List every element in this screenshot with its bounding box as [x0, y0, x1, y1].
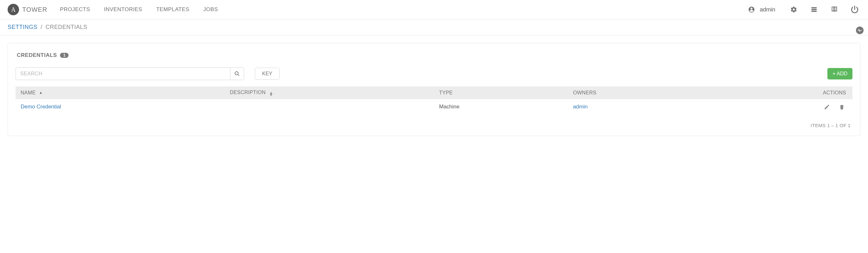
- panel-header: CREDENTIALS 1: [16, 52, 852, 58]
- col-actions: ACTIONS: [735, 86, 852, 99]
- svg-rect-0: [811, 7, 817, 8]
- col-description[interactable]: DESCRIPTION ▲▼: [225, 86, 434, 99]
- credential-description: [225, 99, 434, 114]
- panel-title: CREDENTIALS: [17, 52, 57, 58]
- nav-links: PROJECTS INVENTORIES TEMPLATES JOBS: [60, 6, 218, 13]
- col-type[interactable]: TYPE: [434, 86, 568, 99]
- pencil-icon[interactable]: [824, 104, 830, 110]
- key-button[interactable]: KEY: [255, 68, 280, 80]
- credential-owner-link[interactable]: admin: [573, 104, 587, 110]
- row-actions: [740, 104, 847, 110]
- search-icon: [234, 71, 240, 77]
- col-name-label: NAME: [21, 90, 35, 95]
- sort-both-icon: ▲▼: [269, 91, 273, 96]
- nav-templates[interactable]: TEMPLATES: [156, 6, 189, 13]
- table-header-row: NAME ▲ DESCRIPTION ▲▼ TYPE OWNERS ACTION…: [16, 86, 852, 99]
- user-icon: [746, 6, 757, 13]
- breadcrumb-sep: /: [41, 24, 42, 30]
- power-icon[interactable]: [849, 5, 860, 14]
- docs-icon[interactable]: [829, 6, 840, 13]
- activity-stream-icon[interactable]: [856, 26, 864, 34]
- search-input[interactable]: [16, 67, 230, 80]
- credentials-panel: CREDENTIALS 1 KEY + ADD NAME ▲ DESCRIPTI…: [8, 43, 860, 136]
- table-row: Demo Credential Machine admin: [16, 99, 852, 114]
- toolbar: KEY + ADD: [16, 67, 852, 80]
- inventory-icon[interactable]: [808, 6, 820, 13]
- nav-icons: [788, 5, 860, 14]
- pager: ITEMS 1 – 1 OF 1: [16, 114, 852, 129]
- col-name[interactable]: NAME ▲: [16, 86, 225, 99]
- breadcrumb-current: CREDENTIALS: [46, 24, 88, 30]
- credential-type: Machine: [434, 99, 568, 114]
- svg-rect-2: [811, 11, 817, 12]
- count-badge: 1: [60, 53, 68, 58]
- logo-badge[interactable]: A: [8, 4, 19, 15]
- breadcrumb: SETTINGS / CREDENTIALS: [0, 19, 868, 35]
- breadcrumb-settings[interactable]: SETTINGS: [8, 24, 37, 30]
- svg-rect-1: [811, 9, 817, 10]
- trash-icon[interactable]: [839, 104, 845, 110]
- credentials-table: NAME ▲ DESCRIPTION ▲▼ TYPE OWNERS ACTION…: [16, 86, 852, 114]
- brand-name: TOWER: [22, 6, 47, 13]
- nav-inventories[interactable]: INVENTORIES: [104, 6, 142, 13]
- col-description-label: DESCRIPTION: [230, 90, 266, 95]
- gear-icon[interactable]: [788, 6, 800, 13]
- nav-projects[interactable]: PROJECTS: [60, 6, 90, 13]
- search-button[interactable]: [230, 67, 244, 80]
- search-group: [16, 67, 244, 80]
- user-name: admin: [760, 6, 775, 13]
- col-owners[interactable]: OWNERS: [568, 86, 735, 99]
- nav-jobs[interactable]: JOBS: [204, 6, 218, 13]
- add-button[interactable]: + ADD: [827, 68, 852, 80]
- credential-name-link[interactable]: Demo Credential: [21, 104, 61, 110]
- sort-asc-icon: ▲: [39, 91, 42, 94]
- user-section[interactable]: admin: [746, 6, 775, 13]
- top-nav: A TOWER PROJECTS INVENTORIES TEMPLATES J…: [0, 0, 868, 19]
